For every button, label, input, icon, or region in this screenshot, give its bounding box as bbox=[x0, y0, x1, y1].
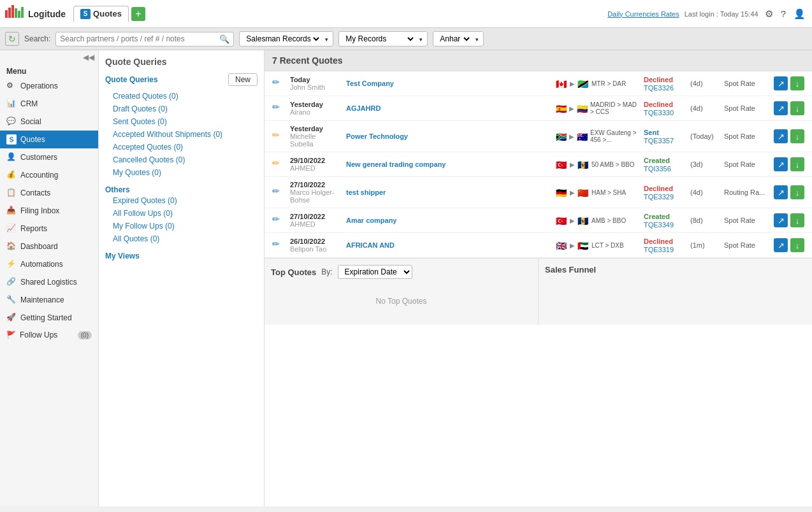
settings-button[interactable]: ⚙ bbox=[764, 7, 774, 21]
route-text: MADRID > MAD > CCS bbox=[590, 101, 639, 115]
quote-date-info: 27/10/2022 Marco Holger-Bohse bbox=[290, 181, 341, 204]
action-open-button[interactable]: ↗ bbox=[774, 76, 788, 90]
sidebar-item-label: Quotes bbox=[20, 135, 45, 144]
user-filter-dropdown[interactable]: Anhar bbox=[433, 31, 484, 46]
action-download-button[interactable]: ↓ bbox=[790, 185, 804, 199]
table-row[interactable]: ✏ Today John Smith Test Company 🇨🇦 ▶ 🇹🇿 … bbox=[265, 71, 812, 96]
accepted-quotes-link[interactable]: Accepted Quotes (0) bbox=[105, 141, 257, 153]
daily-currencies-link[interactable]: Daily Currencies Rates bbox=[607, 10, 679, 18]
all-follow-ups-link[interactable]: All Follow Ups (0) bbox=[105, 207, 257, 220]
menu-label: Menu bbox=[0, 64, 98, 77]
sidebar-item-crm[interactable]: 📊 CRM bbox=[0, 95, 98, 113]
action-download-button[interactable]: ↓ bbox=[790, 238, 804, 252]
sidebar-item-quotes[interactable]: S Quotes bbox=[0, 131, 98, 148]
refresh-button[interactable]: ↻ bbox=[5, 32, 19, 46]
reports-icon: 📈 bbox=[6, 224, 17, 234]
shared-logistics-icon: 🔗 bbox=[6, 277, 17, 287]
all-quotes-link[interactable]: All Quotes (0) bbox=[105, 232, 257, 245]
sidebar-item-dashboard[interactable]: 🏠 Dashboard bbox=[0, 238, 98, 255]
cancelled-quotes-link[interactable]: Cancelled Quotes (0) bbox=[105, 153, 257, 166]
search-icon[interactable]: 🔍 bbox=[219, 34, 229, 44]
sidebar-item-customers[interactable]: 👤 Customers bbox=[0, 148, 98, 166]
quotes-tab[interactable]: S Quotes bbox=[73, 6, 129, 22]
sent-quotes-link[interactable]: Sent Quotes (0) bbox=[105, 115, 257, 128]
recent-quotes-header: 7 Recent Quotes bbox=[265, 50, 812, 71]
no-top-quotes-text: No Top Quotes bbox=[271, 284, 532, 318]
table-row[interactable]: ✏ Yesterday Michelle Subella Power Techn… bbox=[265, 121, 812, 152]
my-views-label: My Views bbox=[105, 252, 140, 260]
action-download-button[interactable]: ↓ bbox=[790, 157, 804, 171]
sidebar-item-getting-started[interactable]: 🚀 Getting Started bbox=[0, 309, 98, 327]
quote-ref[interactable]: TQE3326 bbox=[644, 84, 685, 92]
user-button[interactable]: 👤 bbox=[792, 7, 807, 21]
expired-quotes-link[interactable]: Expired Quotes (0) bbox=[105, 194, 257, 207]
action-open-button[interactable]: ↗ bbox=[774, 185, 788, 199]
sidebar-item-label: Getting Started bbox=[20, 313, 72, 322]
quote-ref[interactable]: TQE3357 bbox=[644, 137, 685, 145]
draft-quotes-link[interactable]: Draft Quotes (0) bbox=[105, 103, 257, 115]
action-download-button[interactable]: ↓ bbox=[790, 76, 804, 90]
route-arrow: ▶ bbox=[570, 217, 575, 224]
flag-to-icon: 🇨🇳 bbox=[577, 188, 589, 196]
svg-rect-4 bbox=[18, 11, 20, 18]
sidebar-item-label: Dashboard bbox=[20, 242, 58, 251]
table-row[interactable]: ✏ 26/10/2022 Belipon Tao AFRICAN AND 🇬🇧 … bbox=[265, 233, 812, 258]
table-row[interactable]: ✏ Yesterday Airano AGJAHRD 🇪🇸 ▶ 🇨🇴 MADRI… bbox=[265, 96, 812, 121]
sidebar-item-label: Filing Inbox bbox=[20, 206, 59, 215]
sidebar-item-contacts[interactable]: 📋 Contacts bbox=[0, 184, 98, 202]
records-filter-dropdown[interactable]: My Records bbox=[338, 31, 428, 46]
quote-age: (8d) bbox=[690, 217, 719, 224]
table-row[interactable]: ✏ 29/10/2022 AHMED New general trading c… bbox=[265, 152, 812, 177]
action-open-button[interactable]: ↗ bbox=[774, 129, 788, 143]
sidebar-item-accounting[interactable]: 💰 Accounting bbox=[0, 166, 98, 184]
sidebar-item-label: Accounting bbox=[20, 171, 58, 180]
action-download-button[interactable]: ↓ bbox=[790, 101, 804, 115]
action-download-button[interactable]: ↓ bbox=[790, 213, 804, 227]
collapse-button[interactable]: ◀◀ bbox=[0, 50, 98, 64]
route-arrow: ▶ bbox=[570, 242, 575, 249]
social-icon: 💬 bbox=[6, 117, 17, 127]
expiration-date-select[interactable]: Expiration Date bbox=[338, 265, 412, 279]
action-open-button[interactable]: ↗ bbox=[774, 157, 788, 171]
search-input[interactable] bbox=[60, 34, 219, 43]
table-row[interactable]: ✏ 27/10/2022 AHMED Amar company 🇹🇷 ▶ 🇧🇧 … bbox=[265, 208, 812, 233]
add-tab-button[interactable]: + bbox=[131, 7, 145, 21]
salesman-filter-dropdown[interactable]: Salesman Records bbox=[239, 31, 333, 46]
sidebar-item-maintenance[interactable]: 🔧 Maintenance bbox=[0, 291, 98, 309]
flag-to-icon: 🇹🇿 bbox=[577, 80, 589, 87]
action-download-button[interactable]: ↓ bbox=[790, 129, 804, 143]
flag-to-icon: 🇧🇧 bbox=[577, 160, 589, 168]
salesman-select[interactable]: Salesman Records bbox=[243, 34, 321, 44]
sidebar-item-filing-inbox[interactable]: 📥 Filing Inbox bbox=[0, 202, 98, 220]
top-quotes-panel: Top Quotes By: Expiration Date No Top Qu… bbox=[265, 259, 539, 325]
new-button[interactable]: New bbox=[228, 73, 257, 86]
action-open-button[interactable]: ↗ bbox=[774, 238, 788, 252]
sidebar-item-follow-ups[interactable]: 🚩 Follow Ups (0) bbox=[0, 327, 98, 343]
user-select[interactable]: Anhar bbox=[437, 34, 472, 44]
maintenance-icon: 🔧 bbox=[6, 295, 17, 305]
filing-inbox-icon: 📥 bbox=[6, 206, 17, 216]
quote-actions: ↗ ↓ bbox=[774, 157, 804, 171]
action-open-button[interactable]: ↗ bbox=[774, 101, 788, 115]
sidebar: ◀◀ Menu ⚙ Operations 📊 CRM 💬 Social S Qu… bbox=[0, 50, 99, 506]
my-follow-ups-link[interactable]: My Follow Ups (0) bbox=[105, 220, 257, 232]
quote-ref[interactable]: TQE3349 bbox=[644, 221, 685, 229]
quote-date-info: 29/10/2022 AHMED bbox=[290, 157, 341, 172]
sidebar-item-shared-logistics[interactable]: 🔗 Shared Logistics bbox=[0, 273, 98, 291]
table-row[interactable]: ✏ 27/10/2022 Marco Holger-Bohse test shi… bbox=[265, 177, 812, 208]
accepted-without-shipments-link[interactable]: Accepted Without Shipments (0) bbox=[105, 128, 257, 141]
help-button[interactable]: ? bbox=[779, 7, 787, 20]
sidebar-item-automations[interactable]: ⚡ Automations bbox=[0, 255, 98, 273]
created-quotes-link[interactable]: Created Quotes (0) bbox=[105, 90, 257, 103]
quote-ref[interactable]: TQE3319 bbox=[644, 246, 685, 253]
route-text: EXW Gauteng > 456 >... bbox=[590, 129, 639, 143]
sidebar-item-reports[interactable]: 📈 Reports bbox=[0, 220, 98, 238]
quote-ref[interactable]: TQE3329 bbox=[644, 193, 685, 201]
records-select[interactable]: My Records bbox=[343, 34, 416, 44]
quote-ref[interactable]: TQI3356 bbox=[644, 165, 685, 173]
my-quotes-link[interactable]: My Quotes (0) bbox=[105, 166, 257, 179]
sidebar-item-operations[interactable]: ⚙ Operations bbox=[0, 77, 98, 95]
sidebar-item-social[interactable]: 💬 Social bbox=[0, 113, 98, 131]
quote-ref[interactable]: TQE3330 bbox=[644, 109, 685, 117]
action-open-button[interactable]: ↗ bbox=[774, 213, 788, 227]
